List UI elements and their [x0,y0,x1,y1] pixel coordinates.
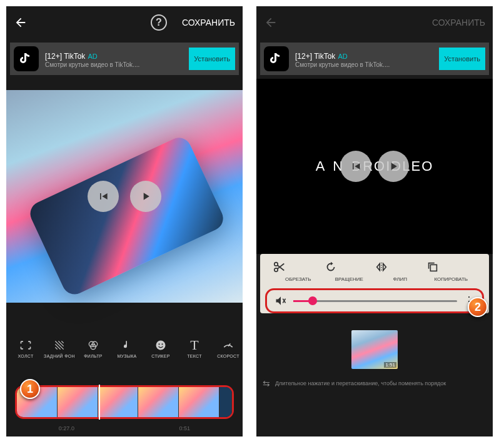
tool-flip[interactable]: ФЛИП [375,260,426,282]
ad-tag: AD [338,53,347,60]
annotation-marker-1: 1 [20,379,40,399]
ad-subtitle: Смотри крутые видео в TikTok.... [45,61,189,68]
tool-canvas[interactable]: ХОЛСТ [9,338,43,358]
tool-sticker[interactable]: СТИКЕР [144,338,178,358]
play-controls [88,181,161,212]
tool-row: ХОЛСТ ЗАДНИЙ ФОН ФИЛЬТР МУЗЫКА СТИКЕР T … [6,333,243,361]
tool-speed[interactable]: СКОРОСТ [211,338,243,358]
background-icon [43,338,76,353]
rotate-icon [324,260,375,275]
prev-button[interactable] [340,151,371,182]
save-button[interactable]: СОХРАНИТЬ [432,18,485,28]
ad-banner[interactable]: [12+] TikTokAD Смотри крутые видео в Tik… [260,43,489,75]
hint-row: ⇆ Длительное нажатие и перетаскивание, ч… [256,375,493,392]
ad-banner[interactable]: [12+] TikTokAD Смотри крутые видео в Tik… [10,43,239,75]
annotation-marker-2: 2 [468,297,488,317]
copy-icon [426,260,477,275]
save-button[interactable]: СОХРАНИТЬ [182,18,235,28]
timeline-thumb [219,387,232,417]
play-button[interactable] [130,181,161,212]
swap-icon: ⇆ [263,378,270,388]
tiktok-icon [14,46,39,71]
ad-title: [12+] TikTok [295,52,335,61]
canvas-icon [9,338,43,353]
tool-background[interactable]: ЗАДНИЙ ФОН [43,338,76,358]
filter-icon [76,338,110,353]
help-icon[interactable]: ? [151,14,167,31]
hint-text: Длительное нажатие и перетаскивание, что… [275,380,446,386]
svg-point-6 [275,263,278,266]
slider-thumb[interactable] [308,296,317,305]
play-button[interactable] [378,151,409,182]
play-controls [340,151,409,182]
tool-rotate[interactable]: ВРАЩЕНИЕ [324,260,375,282]
device-image [26,134,227,298]
text-icon: T [178,338,211,353]
timeline[interactable] [15,385,234,419]
clip-row: 1:51 [256,325,493,375]
phone-screen-right: СОХРАНИТЬ [12+] TikTokAD Смотри крутые в… [256,6,493,436]
speed-icon [211,338,243,353]
clip-duration: 1:51 [384,362,396,368]
back-icon[interactable] [14,16,28,29]
cut-icon [273,260,324,275]
clip-thumbnail[interactable]: 1:51 [351,330,398,369]
tiktok-icon [264,46,289,71]
prev-button[interactable] [88,181,119,212]
svg-point-7 [275,268,278,272]
timeline-thumb [98,387,139,417]
mute-icon[interactable] [275,295,287,307]
tool-copy[interactable]: КОПИРОВАТЬ [426,260,477,282]
timeline-thumb [58,387,98,417]
flip-icon [375,260,426,275]
top-bar: ? СОХРАНИТЬ [6,6,243,39]
svg-point-4 [158,343,159,345]
tool-music[interactable]: МУЗЫКА [110,338,144,358]
volume-slider-row: ⋮ [265,288,484,313]
tool-filter[interactable]: ФИЛЬТР [76,338,110,358]
ad-title: [12+] TikTok [45,52,85,61]
phone-screen-left: ? СОХРАНИТЬ [12+] TikTokAD Смотри крутые… [6,6,243,436]
playhead[interactable] [99,385,100,420]
sticker-icon [144,338,178,353]
music-icon [110,338,144,353]
ad-tag: AD [88,53,97,60]
svg-rect-8 [430,265,436,271]
ad-subtitle: Смотри крутые видео в TikTok.... [295,61,439,68]
video-preview[interactable] [6,90,243,303]
install-button[interactable]: Установить [189,48,235,70]
svg-point-3 [156,341,166,350]
svg-point-5 [161,343,163,345]
tool-trim[interactable]: ОБРЕЗАТЬ [273,260,324,282]
video-preview[interactable]: A N DROIDLEO [256,79,493,254]
back-icon[interactable] [264,16,278,29]
top-bar: СОХРАНИТЬ [256,6,493,39]
install-button[interactable]: Установить [439,48,485,70]
edit-panel: ОБРЕЗАТЬ ВРАЩЕНИЕ ФЛИП КОПИРОВАТЬ [260,254,489,313]
tool-text[interactable]: T ТЕКСТ [178,338,211,358]
ad-text: [12+] TikTokAD Смотри крутые видео в Tik… [295,50,439,68]
volume-slider[interactable] [293,300,457,302]
time-labels: 0:27.0 0:51 [6,425,243,431]
ad-text: [12+] TikTokAD Смотри крутые видео в Tik… [45,50,189,68]
timeline-thumb [138,387,179,417]
timeline-thumb [179,387,219,417]
